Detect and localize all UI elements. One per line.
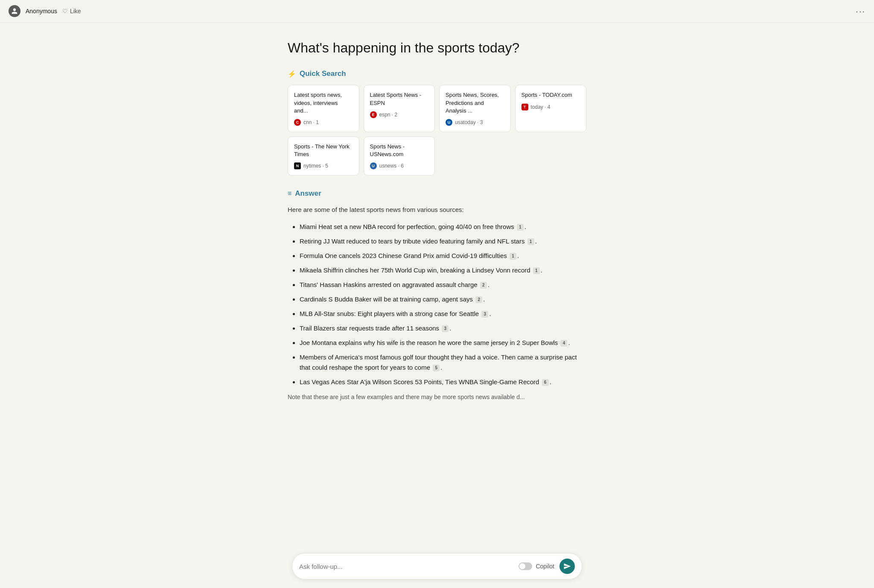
answer-section: ≡ Answer Here are some of the latest spo…	[288, 189, 586, 402]
answer-list: Miami Heat set a new NBA record for perf…	[288, 222, 586, 387]
answer-list-item: Titans' Hassan Haskins arrested on aggra…	[300, 280, 586, 290]
answer-list-item: Miami Heat set a new NBA record for perf…	[300, 222, 586, 232]
answer-header: ≡ Answer	[288, 189, 586, 198]
user-name: Anonymous	[26, 8, 57, 14]
citation-badge: 3	[442, 325, 449, 332]
source-card-4[interactable]: Sports - TODAY.com T today · 4	[515, 85, 587, 132]
answer-list-item: Formula One cancels 2023 Chinese Grand P…	[300, 251, 586, 261]
card-site: nytimes · 5	[303, 163, 328, 169]
heart-icon: ♡	[62, 8, 68, 14]
card-title: Sports News, Scores, Predictions and Ana…	[446, 91, 504, 115]
source-card-1[interactable]: Latest sports news, videos, interviews a…	[288, 85, 359, 132]
source-cards-row2: Sports - The New York Times N nytimes · …	[288, 136, 586, 176]
favicon-cnn: C	[294, 119, 301, 126]
avatar	[9, 5, 20, 17]
list-icon: ≡	[288, 190, 291, 197]
send-icon	[563, 562, 571, 570]
card-title: Sports News - USNews.com	[370, 143, 429, 158]
copilot-switch[interactable]	[519, 562, 532, 570]
card-site: cnn · 1	[303, 119, 319, 125]
card-site: today · 4	[531, 104, 551, 110]
main-content: What's happening in the sports today? ⚡ …	[279, 23, 595, 463]
card-site: espn · 2	[379, 112, 398, 118]
answer-list-item: Las Vegas Aces Star A'ja Wilson Scores 5…	[300, 377, 586, 387]
like-label: Like	[70, 8, 81, 14]
card-meta: U usnews · 6	[370, 162, 429, 169]
topbar: Anonymous ♡ Like ···	[0, 0, 874, 23]
more-button[interactable]: ···	[856, 6, 865, 16]
favicon-nytimes: N	[294, 162, 301, 169]
lightning-icon: ⚡	[288, 70, 296, 78]
bottom-bar: Copilot	[292, 553, 582, 579]
answer-list-item: Mikaela Shiffrin clinches her 75th World…	[300, 265, 586, 275]
topbar-left: Anonymous ♡ Like	[9, 5, 81, 17]
page-title: What's happening in the sports today?	[288, 40, 586, 56]
quick-search-header: ⚡ Quick Search	[288, 70, 586, 78]
card-meta: E espn · 2	[370, 111, 429, 118]
favicon-usnews: U	[370, 162, 377, 169]
source-card-3[interactable]: Sports News, Scores, Predictions and Ana…	[439, 85, 511, 132]
send-button[interactable]	[559, 559, 575, 574]
card-meta: C cnn · 1	[294, 119, 353, 126]
citation-badge: 3	[481, 311, 488, 318]
card-site: usnews · 6	[379, 163, 404, 169]
card-meta: T today · 4	[521, 104, 580, 110]
answer-label: Answer	[295, 189, 321, 198]
copilot-toggle: Copilot	[519, 562, 554, 570]
citation-badge: 6	[542, 379, 549, 386]
citation-badge: 1	[510, 253, 516, 260]
card-title: Sports - TODAY.com	[521, 91, 580, 99]
citation-badge: 1	[533, 267, 540, 274]
card-meta: U usatoday · 3	[446, 119, 504, 126]
card-meta: N nytimes · 5	[294, 162, 353, 169]
copilot-label: Copilot	[536, 563, 554, 570]
quick-search-label: Quick Search	[300, 70, 346, 78]
answer-note: Note that these are just a few examples …	[288, 392, 586, 402]
citation-badge: 1	[527, 238, 534, 245]
source-cards-row1: Latest sports news, videos, interviews a…	[288, 85, 586, 132]
favicon-espn: E	[370, 111, 377, 118]
card-title: Latest sports news, videos, interviews a…	[294, 91, 353, 115]
answer-list-item: Retiring JJ Watt reduced to tears by tri…	[300, 236, 586, 246]
answer-list-item: Joe Montana explains why his wife is the…	[300, 338, 586, 348]
source-card-6[interactable]: Sports News - USNews.com U usnews · 6	[364, 136, 435, 176]
answer-list-item: Trail Blazers star requests trade after …	[300, 323, 586, 333]
answer-intro: Here are some of the latest sports news …	[288, 205, 586, 215]
topbar-right: ···	[856, 6, 865, 16]
citation-badge: 2	[480, 282, 487, 289]
citation-badge: 2	[475, 296, 482, 303]
card-title: Latest Sports News - ESPN	[370, 91, 429, 107]
source-card-5[interactable]: Sports - The New York Times N nytimes · …	[288, 136, 359, 176]
citation-badge: 1	[517, 224, 524, 231]
answer-list-item: Members of America's most famous golf to…	[300, 352, 586, 373]
answer-list-item: Cardinals S Budda Baker will be at train…	[300, 294, 586, 304]
citation-badge: 5	[433, 365, 440, 371]
like-button[interactable]: ♡ Like	[62, 8, 81, 14]
favicon-today: T	[521, 104, 528, 110]
card-title: Sports - The New York Times	[294, 143, 353, 158]
card-site: usatoday · 3	[455, 119, 483, 125]
follow-up-input[interactable]	[299, 563, 513, 570]
empty-card-1	[439, 136, 511, 176]
source-card-2[interactable]: Latest Sports News - ESPN E espn · 2	[364, 85, 435, 132]
citation-badge: 4	[560, 340, 567, 347]
answer-list-item: MLB All-Star snubs: Eight players with a…	[300, 309, 586, 319]
favicon-usatoday: U	[446, 119, 452, 126]
